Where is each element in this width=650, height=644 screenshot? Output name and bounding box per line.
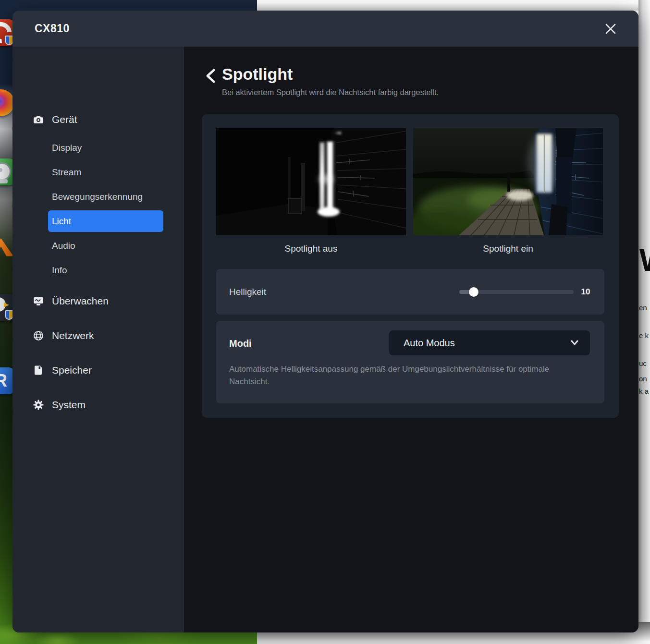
page-shade: [257, 0, 650, 11]
page-text-fragment: en: [639, 304, 647, 312]
page-title: Spotlight: [222, 65, 293, 84]
storage-icon: [33, 365, 44, 376]
sidebar-item-bewegungserkennung[interactable]: Bewegungserkennung: [52, 190, 143, 204]
sidebar-item-geraet[interactable]: Gerät: [33, 112, 77, 127]
sidebar-item-label: Netzwerk: [52, 330, 94, 341]
sidebar-item-audio[interactable]: Audio: [52, 239, 75, 253]
night-vision-off-image: [216, 128, 406, 235]
mode-selected-option: Auto Modus: [404, 330, 455, 355]
sidebar-item-label: Gerät: [52, 114, 77, 125]
brightness-label: Helligkeit: [229, 287, 266, 297]
brightness-slider[interactable]: [459, 287, 574, 297]
sidebar-item-display[interactable]: Display: [52, 141, 82, 155]
sidebar-item-licht[interactable]: Licht: [48, 210, 163, 232]
preview-caption: Spotlight aus: [216, 243, 406, 254]
preview-comparison: Spotlight aus: [216, 128, 603, 254]
monitor-icon: [33, 295, 44, 307]
gear-icon: [33, 399, 44, 411]
mode-description: Automatische Helligkeitsanpassung gemäß …: [229, 363, 573, 389]
sidebar-item-speicher[interactable]: Speicher: [33, 363, 92, 377]
page-text-fragment: k a: [639, 387, 649, 395]
preview-spotlight-off: Spotlight aus: [216, 128, 406, 254]
close-icon[interactable]: [604, 22, 617, 36]
sidebar-item-ueberwachen[interactable]: Überwachen: [33, 294, 109, 308]
spotlight-card: Spotlight aus: [202, 114, 619, 418]
back-icon[interactable]: [204, 68, 217, 84]
mode-dropdown[interactable]: Auto Modus: [389, 330, 590, 355]
mode-label: Modi: [229, 338, 252, 349]
preview-spotlight-on: Spotlight ein: [413, 128, 603, 254]
sidebar-item-label: Speicher: [52, 365, 92, 376]
sidebar-item-info[interactable]: Info: [52, 263, 67, 278]
mode-row: Modi Auto Modus Automatische Helligkeits…: [216, 321, 604, 403]
spotlight-settings-panel: Spotlight Bei aktiviertem Spotlight wird…: [184, 47, 638, 632]
brightness-row: Helligkeit 10: [216, 269, 604, 315]
slider-thumb[interactable]: [469, 287, 478, 297]
dialog-titlebar: CX810: [12, 11, 638, 47]
dialog-title: CX810: [35, 11, 70, 47]
sidebar-item-label: Überwachen: [52, 295, 109, 307]
sidebar-item-netzwerk[interactable]: Netzwerk: [33, 328, 94, 343]
sidebar-item-label: System: [52, 399, 86, 411]
page-heading-fragment: W: [639, 243, 650, 278]
camera-icon: [33, 114, 44, 125]
preview-caption: Spotlight ein: [413, 243, 603, 254]
page-text-fragment: on: [639, 375, 647, 383]
page-subtitle: Bei aktiviertem Spotlight wird die Nacht…: [222, 88, 439, 97]
page-text-fragment: e k: [639, 331, 649, 340]
brightness-value: 10: [574, 287, 598, 297]
page-shade: [638, 0, 650, 644]
page-text-fragment: uc: [639, 359, 647, 367]
settings-sidebar: Gerät Display Stream Bewegungserkennung …: [12, 47, 184, 632]
sidebar-item-stream[interactable]: Stream: [52, 165, 81, 180]
globe-icon: [33, 330, 44, 341]
sidebar-item-system[interactable]: System: [33, 398, 86, 412]
night-vision-on-image: [413, 128, 603, 235]
camera-settings-dialog: CX810 Gerät Display Stream Bewegungserke…: [12, 11, 638, 632]
chevron-down-icon: [570, 338, 579, 348]
